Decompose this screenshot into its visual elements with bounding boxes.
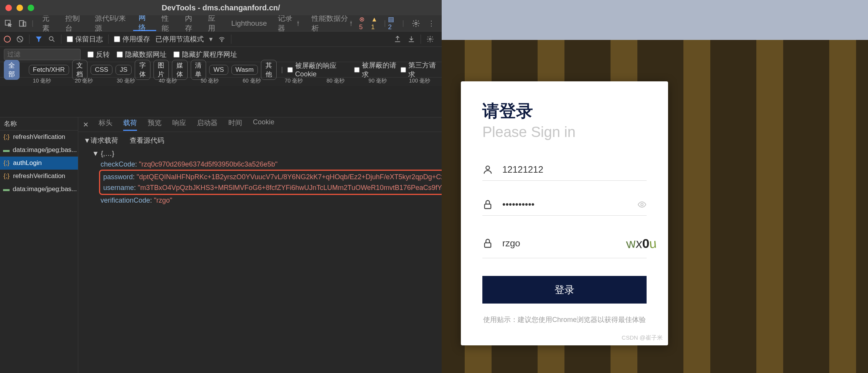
gear-icon[interactable] xyxy=(412,19,420,28)
warning-badge[interactable]: ▲ 1 xyxy=(371,16,382,31)
type-图片[interactable]: 图片 xyxy=(153,60,169,80)
payload-entry: username: "m3TBxO4VpQzbJKHS3+MR5lMVFoG6+… xyxy=(102,182,494,193)
filter-input[interactable] xyxy=(4,49,81,60)
payload-entry: checkCode: "rzq0c970d269e6374d5f93950b6c… xyxy=(84,159,497,170)
request-row[interactable]: {;}authLogin xyxy=(0,157,78,170)
request-row[interactable]: ▬data:image/jpeg;bas... xyxy=(0,144,78,157)
type-清单[interactable]: 清单 xyxy=(191,60,206,80)
type-字体[interactable]: 字体 xyxy=(135,60,150,80)
max-dot[interactable] xyxy=(28,5,34,11)
captcha-image[interactable]: wx0u xyxy=(626,234,657,253)
upload-icon[interactable] xyxy=(394,35,401,43)
tab-性能[interactable]: 性能 xyxy=(156,15,180,31)
network-toolbar: 保留日志 停用缓存 已停用节流模式 ▾ xyxy=(0,31,442,47)
svg-point-5 xyxy=(49,36,53,40)
captcha-field[interactable] xyxy=(502,238,617,249)
tab-性能数据分析[interactable]: 性能数据分析 ⭱ xyxy=(306,15,359,31)
tab-记录器[interactable]: 记录器 ⭱ xyxy=(272,15,307,31)
type-其他[interactable]: 其他 xyxy=(261,60,277,80)
svg-rect-11 xyxy=(485,243,491,248)
type-CSS[interactable]: CSS xyxy=(91,65,112,75)
tab-源代码/来源[interactable]: 源代码/来源 xyxy=(89,15,133,31)
thirdparty-check[interactable]: 第三方请求 xyxy=(401,61,438,79)
type-媒体[interactable]: 媒体 xyxy=(172,60,188,80)
throttle-select[interactable]: 已停用节流模式 xyxy=(155,35,204,44)
hide-ext-urls-check[interactable]: 隐藏扩展程序网址 xyxy=(173,50,237,59)
tab-应用[interactable]: 应用 xyxy=(203,15,226,31)
request-list-pane: 名称 {;}refreshVerification▬data:image/jpe… xyxy=(0,117,78,373)
device-icon[interactable] xyxy=(17,18,28,29)
tab-网络[interactable]: 网络 xyxy=(133,15,157,31)
window-title: DevTools - dms.changanford.cn/ xyxy=(162,3,280,12)
main-tabs: | 元素控制台源代码/来源网络性能内存应用Lighthouse记录器 ⭱性能数据… xyxy=(0,15,442,31)
min-dot[interactable] xyxy=(17,5,23,11)
eye-icon[interactable] xyxy=(637,200,647,209)
tab-Lighthouse[interactable]: Lighthouse xyxy=(226,15,272,31)
download-icon[interactable] xyxy=(408,35,415,43)
type-Fetch/XHR[interactable]: Fetch/XHR xyxy=(29,65,69,75)
type-WS[interactable]: WS xyxy=(209,65,228,75)
close-dot[interactable] xyxy=(5,5,12,11)
close-icon[interactable]: ✕ xyxy=(83,120,89,129)
inspect-icon[interactable] xyxy=(3,18,13,29)
titlebar: DevTools - dms.changanford.cn/ xyxy=(0,0,442,15)
detail-tab-Cookie[interactable]: Cookie xyxy=(253,118,274,131)
clear-icon[interactable] xyxy=(16,35,24,43)
svg-point-6 xyxy=(221,41,222,42)
tab-控制台[interactable]: 控制台 xyxy=(60,15,89,31)
svg-point-10 xyxy=(641,203,643,206)
search-icon[interactable] xyxy=(48,35,56,43)
request-row[interactable]: {;}refreshVerification xyxy=(0,170,78,183)
login-hint: 使用贴示：建议您使用Chrome浏览器以获得最佳体验 xyxy=(482,315,647,324)
username-field[interactable] xyxy=(502,164,647,175)
status-badges: ⊗ 5 ▲ 1 | ▤ 2 xyxy=(359,15,399,31)
chevron-down-icon[interactable]: ▾ xyxy=(209,35,213,43)
message-badge[interactable]: ▤ 2 xyxy=(388,15,398,31)
detail-tab-时间[interactable]: 时间 xyxy=(228,118,242,131)
request-detail-pane: ✕ 标头载荷预览响应启动器时间Cookie ▼请求载荷 查看源代码 ▼ {,…}… xyxy=(78,117,502,373)
traffic-lights xyxy=(5,5,34,11)
type-filter-bar: 全部Fetch/XHR文档CSSJS字体图片媒体清单WSWasm其他 | 被屏蔽… xyxy=(0,62,442,78)
detail-tab-载荷[interactable]: 载荷 xyxy=(123,118,137,131)
disable-cache-check[interactable]: 停用缓存 xyxy=(114,35,150,44)
detail-tab-响应[interactable]: 响应 xyxy=(172,118,186,131)
name-header: 名称 xyxy=(0,117,78,130)
record-icon[interactable] xyxy=(4,36,11,43)
hide-data-urls-check[interactable]: 隐藏数据网址 xyxy=(117,50,167,59)
user-icon xyxy=(482,164,493,175)
wifi-icon[interactable] xyxy=(218,35,226,43)
payload-entry: verificationCode: "rzgo" xyxy=(84,195,497,206)
blocked-cookie-check[interactable]: 被屏蔽的响应 Cookie xyxy=(287,61,351,78)
type-JS[interactable]: JS xyxy=(116,65,132,75)
detail-tab-预览[interactable]: 预览 xyxy=(148,118,162,131)
filter-icon[interactable] xyxy=(35,35,43,43)
password-field[interactable] xyxy=(502,199,628,210)
type-Wasm[interactable]: Wasm xyxy=(231,65,258,75)
target-page: 请登录 Please Sign in wx0u 登录 使用贴示：建议您使用Chr… xyxy=(442,0,868,373)
detail-tab-启动器[interactable]: 启动器 xyxy=(197,118,218,131)
kebab-icon[interactable]: ⋮ xyxy=(428,19,435,28)
detail-tab-标头[interactable]: 标头 xyxy=(99,118,112,131)
type-全部[interactable]: 全部 xyxy=(4,60,20,80)
lock-icon xyxy=(482,238,493,249)
tab-内存[interactable]: 内存 xyxy=(180,15,203,31)
tab-元素[interactable]: 元素 xyxy=(37,15,60,31)
timeline[interactable]: 10 毫秒20 毫秒30 毫秒40 毫秒50 毫秒60 毫秒70 毫秒80 毫秒… xyxy=(0,78,442,117)
payload-entry: password: "dptQEQINalHFNpRKc+1B2yrszO0YV… xyxy=(102,172,494,182)
blocked-req-check[interactable]: 被屏蔽的请求 xyxy=(354,61,398,79)
error-badge[interactable]: ⊗ 5 xyxy=(359,15,369,31)
preserve-log-check[interactable]: 保留日志 xyxy=(67,35,103,44)
settings-icon[interactable] xyxy=(426,35,434,43)
watermark: CSDN @崔子米 xyxy=(622,334,663,342)
payload-section-label: 请求载荷 xyxy=(91,137,118,144)
invert-check[interactable]: 反转 xyxy=(87,50,110,59)
type-文档[interactable]: 文档 xyxy=(72,60,88,80)
svg-point-7 xyxy=(429,38,431,40)
login-card: 请登录 Please Sign in wx0u 登录 使用贴示：建议您使用Chr… xyxy=(461,81,668,345)
login-button[interactable]: 登录 xyxy=(482,276,647,304)
view-source-link[interactable]: 查看源代码 xyxy=(130,135,164,146)
svg-point-8 xyxy=(486,166,489,170)
request-row[interactable]: {;}refreshVerification xyxy=(0,130,78,144)
request-row[interactable]: ▬data:image/jpeg;bas... xyxy=(0,183,78,196)
login-subtitle: Please Sign in xyxy=(482,124,647,140)
